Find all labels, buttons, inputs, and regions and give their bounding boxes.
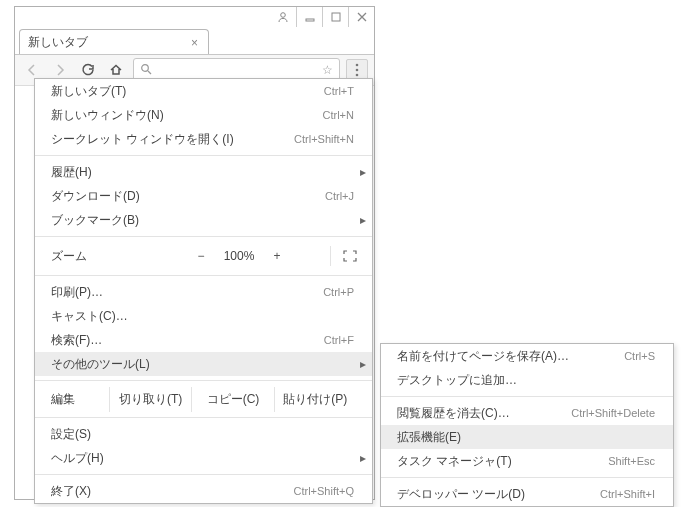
user-icon[interactable] bbox=[270, 7, 296, 27]
more-tools-submenu: 名前を付けてページを保存(A)…Ctrl+S デスクトップに追加… 閲覧履歴を消… bbox=[380, 343, 674, 507]
zoom-label: ズーム bbox=[51, 248, 191, 265]
menu-settings[interactable]: 設定(S) bbox=[35, 422, 372, 446]
submenu-task-manager[interactable]: タスク マネージャ(T)Shift+Esc bbox=[381, 449, 673, 473]
submenu-extensions[interactable]: 拡張機能(E) bbox=[381, 425, 673, 449]
chevron-right-icon: ▸ bbox=[360, 357, 366, 371]
menu-find[interactable]: 検索(F)…Ctrl+F bbox=[35, 328, 372, 352]
menu-edit-row: 編集 切り取り(T) コピー(C) 貼り付け(P) bbox=[35, 385, 372, 413]
zoom-out-button[interactable]: − bbox=[191, 249, 211, 263]
menu-history[interactable]: 履歴(H)▸ bbox=[35, 160, 372, 184]
submenu-clear-data[interactable]: 閲覧履歴を消去(C)…Ctrl+Shift+Delete bbox=[381, 401, 673, 425]
minimize-button[interactable] bbox=[296, 7, 322, 27]
separator bbox=[35, 236, 372, 237]
menu-print[interactable]: 印刷(P)…Ctrl+P bbox=[35, 280, 372, 304]
separator bbox=[35, 275, 372, 276]
main-menu: 新しいタブ(T)Ctrl+T 新しいウィンドウ(N)Ctrl+N シークレット … bbox=[34, 78, 373, 504]
svg-point-3 bbox=[142, 64, 149, 71]
submenu-dev-tools[interactable]: デベロッパー ツール(D)Ctrl+Shift+I bbox=[381, 482, 673, 506]
tab-title: 新しいタブ bbox=[28, 34, 189, 51]
svg-point-4 bbox=[356, 64, 359, 67]
edit-copy[interactable]: コピー(C) bbox=[191, 387, 273, 412]
svg-rect-1 bbox=[306, 19, 314, 21]
svg-point-0 bbox=[281, 13, 286, 18]
svg-point-6 bbox=[356, 74, 359, 77]
bookmark-star-icon[interactable]: ☆ bbox=[322, 63, 333, 77]
address-input[interactable] bbox=[156, 62, 318, 78]
menu-bookmarks[interactable]: ブックマーク(B)▸ bbox=[35, 208, 372, 232]
menu-more-tools[interactable]: その他のツール(L)▸ bbox=[35, 352, 372, 376]
submenu-save-as[interactable]: 名前を付けてページを保存(A)…Ctrl+S bbox=[381, 344, 673, 368]
tab[interactable]: 新しいタブ × bbox=[19, 29, 209, 55]
menu-new-tab[interactable]: 新しいタブ(T)Ctrl+T bbox=[35, 79, 372, 103]
search-icon bbox=[140, 63, 152, 78]
separator bbox=[35, 417, 372, 418]
chevron-right-icon: ▸ bbox=[360, 165, 366, 179]
separator bbox=[381, 477, 673, 478]
separator bbox=[35, 474, 372, 475]
tab-close-icon[interactable]: × bbox=[189, 36, 200, 50]
menu-exit[interactable]: 終了(X)Ctrl+Shift+Q bbox=[35, 479, 372, 503]
separator bbox=[35, 155, 372, 156]
zoom-in-button[interactable]: + bbox=[267, 249, 287, 263]
window-controls bbox=[270, 7, 374, 27]
menu-downloads[interactable]: ダウンロード(D)Ctrl+J bbox=[35, 184, 372, 208]
chevron-right-icon: ▸ bbox=[360, 213, 366, 227]
menu-new-window[interactable]: 新しいウィンドウ(N)Ctrl+N bbox=[35, 103, 372, 127]
submenu-add-desktop[interactable]: デスクトップに追加… bbox=[381, 368, 673, 392]
chevron-right-icon: ▸ bbox=[360, 451, 366, 465]
separator bbox=[381, 396, 673, 397]
separator bbox=[35, 380, 372, 381]
maximize-button[interactable] bbox=[322, 7, 348, 27]
svg-point-5 bbox=[356, 69, 359, 72]
menu-cast[interactable]: キャスト(C)… bbox=[35, 304, 372, 328]
fullscreen-button[interactable] bbox=[330, 246, 358, 266]
menu-help[interactable]: ヘルプ(H)▸ bbox=[35, 446, 372, 470]
zoom-value: 100% bbox=[221, 249, 257, 263]
tab-strip: 新しいタブ × bbox=[19, 29, 370, 55]
close-button[interactable] bbox=[348, 7, 374, 27]
edit-paste[interactable]: 貼り付け(P) bbox=[274, 387, 356, 412]
svg-rect-2 bbox=[332, 13, 340, 21]
edit-cut[interactable]: 切り取り(T) bbox=[109, 387, 191, 412]
menu-incognito[interactable]: シークレット ウィンドウを開く(I)Ctrl+Shift+N bbox=[35, 127, 372, 151]
menu-zoom: ズーム − 100% + bbox=[35, 241, 372, 271]
edit-label: 編集 bbox=[51, 391, 109, 408]
